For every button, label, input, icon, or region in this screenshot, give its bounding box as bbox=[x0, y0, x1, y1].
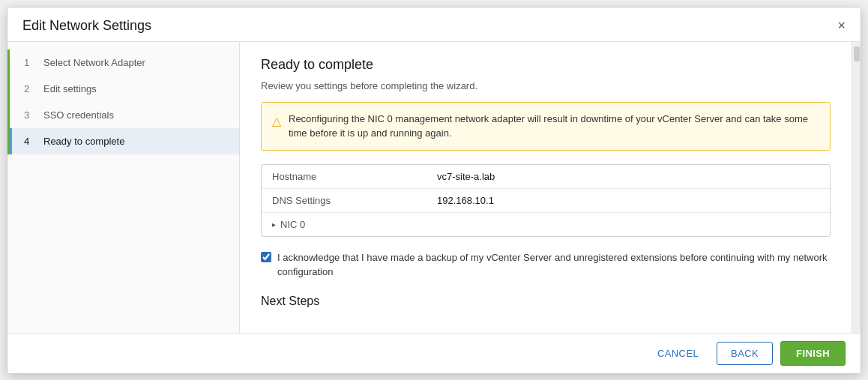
chevron-right-icon: ▸ bbox=[272, 220, 276, 229]
settings-table: Hostname vc7-site-a.lab DNS Settings 192… bbox=[261, 164, 831, 237]
warning-icon: △ bbox=[272, 112, 281, 130]
dns-label: DNS Settings bbox=[272, 195, 437, 206]
dialog-body: 1 Select Network Adapter 2 Edit settings… bbox=[7, 42, 861, 333]
dialog-footer: CANCEL BACK FINISH bbox=[7, 333, 861, 373]
dialog-header: Edit Network Settings × bbox=[7, 7, 861, 42]
warning-box: △ Reconfiguring the NIC 0 management net… bbox=[261, 102, 831, 151]
table-row: DNS Settings 192.168.10.1 bbox=[262, 189, 830, 213]
next-steps-title: Next Steps bbox=[261, 295, 831, 308]
acknowledge-checkbox[interactable] bbox=[261, 252, 271, 262]
edit-network-dialog: Edit Network Settings × 1 Select Network… bbox=[7, 7, 861, 374]
table-row-nic[interactable]: ▸ NIC 0 bbox=[262, 213, 830, 236]
progress-bar bbox=[7, 49, 10, 154]
step-2-label: Edit settings bbox=[43, 83, 227, 94]
acknowledge-row: I acknowledge that I have made a backup … bbox=[261, 250, 831, 280]
close-button[interactable]: × bbox=[837, 19, 846, 32]
step-2-num: 2 bbox=[24, 83, 37, 94]
nic-label: ▸ NIC 0 bbox=[272, 219, 437, 230]
hostname-value: vc7-site-a.lab bbox=[437, 171, 495, 182]
finish-button[interactable]: FINISH bbox=[780, 341, 846, 366]
step-1-num: 1 bbox=[24, 57, 37, 68]
sidebar-item-ready[interactable]: 4 Ready to complete bbox=[10, 128, 239, 154]
step-4-label: Ready to complete bbox=[43, 136, 227, 147]
scrollbar[interactable] bbox=[852, 42, 861, 333]
section-title: Ready to complete bbox=[261, 57, 831, 73]
step-3-label: SSO credentials bbox=[43, 109, 227, 121]
subtitle: Review you settings before completing th… bbox=[261, 80, 831, 91]
main-scroll-area: Ready to complete Review you settings be… bbox=[240, 42, 852, 333]
step-4-num: 4 bbox=[24, 136, 37, 147]
sidebar-item-sso[interactable]: 3 SSO credentials bbox=[10, 102, 239, 128]
sidebar-item-select-network[interactable]: 1 Select Network Adapter bbox=[10, 49, 239, 76]
step-3-num: 3 bbox=[24, 109, 37, 121]
main-content: Ready to complete Review you settings be… bbox=[240, 42, 852, 333]
warning-text: Reconfiguring the NIC 0 management netwo… bbox=[289, 112, 819, 141]
dialog-title: Edit Network Settings bbox=[22, 18, 151, 34]
hostname-label: Hostname bbox=[272, 171, 437, 182]
step-1-label: Select Network Adapter bbox=[43, 57, 227, 68]
sidebar: 1 Select Network Adapter 2 Edit settings… bbox=[7, 42, 240, 333]
cancel-button[interactable]: CANCEL bbox=[647, 343, 709, 364]
acknowledge-label: I acknowledge that I have made a backup … bbox=[277, 250, 831, 280]
back-button[interactable]: BACK bbox=[717, 342, 773, 365]
table-row: Hostname vc7-site-a.lab bbox=[262, 165, 830, 189]
sidebar-item-edit-settings[interactable]: 2 Edit settings bbox=[10, 76, 239, 102]
dns-value: 192.168.10.1 bbox=[437, 195, 494, 206]
